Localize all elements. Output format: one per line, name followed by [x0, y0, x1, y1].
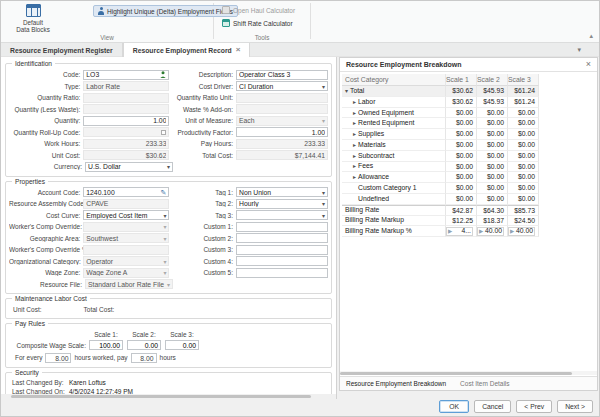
- next-button[interactable]: Next >: [557, 400, 593, 413]
- hours-worked-input[interactable]: 8.00: [45, 353, 71, 363]
- chevron-down-icon: ▾: [163, 223, 166, 230]
- scale-3-value-cell[interactable]: ▶40.00: [508, 226, 539, 237]
- tag-2-label: Tag 2:: [173, 200, 236, 207]
- breakdown-row-owned-equipment[interactable]: ▸Owned Equipment$0.00$0.00$0.00: [342, 108, 597, 119]
- breakdown-row-fees[interactable]: ▸Fees$0.00$0.00$0.00: [342, 162, 597, 173]
- breakdown-row-billing-rate-markup[interactable]: Billing Rate Markup %▶4...▶40.00▶40.00: [342, 226, 597, 237]
- close-icon[interactable]: ×: [586, 60, 591, 69]
- open-haul-calculator-label: Open Haul Calculator: [233, 7, 295, 14]
- cost-driver-field[interactable]: CI Duration▾: [236, 81, 328, 91]
- ribbon-group-view: Default Data Blocks Highlight Unique (De…: [1, 1, 213, 42]
- tab-list-chevron-icon[interactable]: ▾: [577, 46, 581, 54]
- cost-driver-label: Cost Driver:: [173, 83, 236, 90]
- breakdown-row-billing-rate[interactable]: Billing Rate$42.87$64.30$85.73: [342, 205, 597, 216]
- expand-icon[interactable]: ▸: [353, 118, 356, 128]
- default-data-blocks-button[interactable]: Default Data Blocks: [7, 4, 59, 38]
- chevron-down-icon: ▾: [163, 235, 166, 242]
- form-row: Quantity (Less Waste):Waste % Add-on:: [9, 104, 328, 116]
- column-header-scale-2[interactable]: Scale 2: [477, 74, 508, 86]
- breakdown-row-undefined[interactable]: ▸Undefined$0.00$0.00$0.00: [342, 194, 597, 205]
- pay-hours-label: Pay Hours:: [173, 140, 236, 147]
- tag-1-label: Tag 1:: [173, 189, 236, 196]
- cost-category-cell: Billing Rate Markup: [342, 216, 446, 227]
- column-header-scale-1[interactable]: Scale 1: [446, 74, 477, 86]
- ok-button[interactable]: OK: [439, 400, 469, 413]
- tab-resource-employment-record[interactable]: Resource Employment Record ×: [123, 43, 251, 57]
- resource-file-field: Standard Labor Rate File▾: [85, 279, 173, 289]
- form-row: Code:LO3Description:Operator Class 3: [9, 69, 328, 81]
- breakdown-horizontal-scrollbar[interactable]: [340, 371, 597, 375]
- expand-icon[interactable]: ▸: [353, 151, 356, 161]
- prev-button[interactable]: < Prev: [516, 400, 552, 413]
- unit-of-measure-value: Each: [239, 117, 320, 124]
- geographic-area-label: Geographic Area:: [9, 235, 83, 242]
- breakdown-row-labor[interactable]: ▸Labor$30.62$45.93$61.24: [342, 97, 597, 108]
- custom-4-field[interactable]: [236, 256, 328, 266]
- expand-icon[interactable]: ▸: [353, 140, 356, 150]
- tab-cost-item-details[interactable]: Cost Item Details: [460, 380, 510, 387]
- quantity-less-waste-label: Quantity (Less Waste):: [9, 106, 83, 113]
- composite-wage-scale-2-input[interactable]: 0.00: [127, 340, 161, 350]
- tag-3-field[interactable]: ▾: [236, 210, 328, 220]
- expand-icon[interactable]: ▸: [353, 97, 356, 107]
- tag-1-field[interactable]: Non Union▾: [236, 187, 328, 197]
- ribbon-group-tools: Open Haul Calculator Shift Rate Calculat…: [214, 1, 310, 42]
- cost-category-cell: ▸Custom Category 1: [342, 183, 446, 194]
- maintenance-total-cost-label: Total Cost:: [84, 306, 115, 313]
- markup-percent-value: 40.00: [485, 226, 502, 236]
- currency-label: Currency:: [9, 163, 85, 170]
- productivity-factor-label: Productivity Factor:: [173, 129, 236, 136]
- unit-cost-field: $30.62: [83, 150, 169, 160]
- scale-3-value-cell: $0.00: [508, 172, 539, 183]
- cost-category-cell: ▸Materials: [342, 140, 446, 151]
- code-field[interactable]: LO3: [83, 70, 169, 80]
- tab-resource-employment-register[interactable]: Resource Employment Register: [1, 43, 123, 57]
- tag-2-field[interactable]: Hourly▾: [236, 199, 328, 209]
- cost-curve-field[interactable]: Employed Cost Item▾: [83, 210, 169, 220]
- scale-1-value-cell[interactable]: ▶4...: [446, 226, 477, 237]
- account-code-field[interactable]: 1240.100✎: [83, 187, 169, 197]
- tab-resource-employment-breakdown[interactable]: Resource Employment Breakdown: [346, 380, 446, 387]
- shift-rate-calculator-button[interactable]: Shift Rate Calculator: [217, 17, 298, 29]
- collapse-icon[interactable]: ▾: [345, 86, 348, 96]
- breakdown-row-supplies[interactable]: ▸Supplies$0.00$0.00$0.00: [342, 129, 597, 140]
- breakdown-row-custom-category-1[interactable]: ▸Custom Category 1$0.00$0.00$0.00: [342, 183, 597, 194]
- breakdown-row-materials[interactable]: ▸Materials$0.00$0.00$0.00: [342, 140, 597, 151]
- composite-wage-scale-1-input[interactable]: 100.00: [89, 340, 123, 350]
- quantity-field[interactable]: 1.00: [83, 116, 169, 126]
- cancel-button[interactable]: Cancel: [474, 400, 511, 413]
- expand-icon[interactable]: ▸: [353, 162, 356, 172]
- custom-2-field[interactable]: [236, 233, 328, 243]
- custom-1-field[interactable]: [236, 222, 328, 232]
- column-header-cost-category[interactable]: Cost Category: [342, 74, 446, 86]
- breakdown-row-allowance[interactable]: ▸Allowance$0.00$0.00$0.00: [342, 172, 597, 183]
- pay-hours-input[interactable]: 8.00: [131, 353, 157, 363]
- pencil-icon: ✎: [161, 189, 167, 196]
- scale-1-value-cell: $42.87: [446, 205, 477, 216]
- description-field[interactable]: Operator Class 3: [236, 70, 328, 80]
- breakdown-row-total[interactable]: ▾Total$30.62$45.93$61.24: [342, 86, 597, 97]
- scale-3-value-cell: $61.24: [508, 86, 539, 97]
- breakdown-row-billing-rate-markup[interactable]: Billing Rate Markup$12.25$18.37$24.50: [342, 216, 597, 227]
- currency-field[interactable]: U.S. Dollar▾: [85, 162, 173, 172]
- scale-1-value-cell: $0.00: [446, 108, 477, 119]
- productivity-factor-field[interactable]: 1.00: [236, 127, 328, 137]
- breakdown-row-rented-equipment[interactable]: ▸Rented Equipment$0.00$0.00$0.00: [342, 118, 597, 129]
- composite-wage-scale-3-input[interactable]: 0.00: [165, 340, 199, 350]
- custom-5-field[interactable]: [236, 268, 328, 278]
- scrollbar-thumb[interactable]: [11, 395, 311, 398]
- form-row: Unit Cost:$30.62Total Cost:$7,144.41: [9, 150, 328, 162]
- form-horizontal-scrollbar[interactable]: [1, 394, 336, 399]
- tab-close-icon[interactable]: ×: [236, 46, 241, 54]
- ribbon-collapse-icon[interactable]: ▴: [589, 32, 593, 40]
- breakdown-row-subcontract[interactable]: ▸Subcontract$0.00$0.00$0.00: [342, 151, 597, 162]
- expand-icon[interactable]: ▸: [353, 108, 356, 118]
- expand-icon[interactable]: ▸: [353, 129, 356, 139]
- expand-icon[interactable]: ▸: [353, 172, 356, 182]
- custom-3-field[interactable]: [236, 245, 328, 255]
- column-header-scale-3[interactable]: Scale 3: [508, 74, 539, 86]
- chevron-down-icon: ▾: [167, 163, 170, 170]
- scrollbar-thumb[interactable]: [340, 372, 572, 375]
- last-changed-by-label: Last Changed By:: [9, 379, 69, 386]
- scale-2-value-cell[interactable]: ▶40.00: [477, 226, 508, 237]
